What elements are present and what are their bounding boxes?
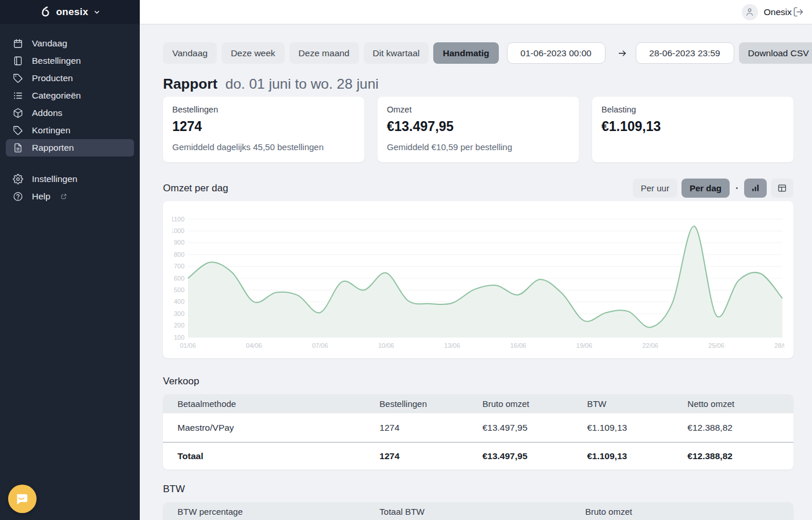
sidebar-item-label: Categorieën (32, 90, 81, 101)
table-cell: €12.388,82 (687, 423, 793, 433)
svg-text:600: 600 (174, 275, 184, 282)
stat-label: Omzet (387, 105, 570, 114)
svg-text:22/06: 22/06 (642, 342, 658, 349)
brand-header[interactable]: onesix (0, 0, 140, 24)
table-cell: €12.388,82 (687, 451, 793, 461)
sidebar-nav-main: VandaagBestellingenProductenCategorieënA… (0, 24, 140, 157)
table-total-row: Totaal1274€13.497,95€1.109,13€12.388,82 (163, 442, 793, 470)
chart-title: Omzet per dag (163, 182, 228, 194)
stat-value: 1274 (172, 119, 355, 134)
chart-controls: Per uurPer dag (633, 179, 793, 198)
sidebar-item-label: Addons (32, 108, 63, 118)
book-icon (13, 56, 23, 66)
table-cell: Maestro/VPay (177, 423, 379, 433)
sidebar-item-kortingen[interactable]: Kortingen (6, 122, 134, 139)
brand-name: onesix (56, 6, 89, 18)
stat-cards: Bestellingen1274Gemiddeld dagelijks 45,5… (163, 97, 793, 162)
svg-text:500: 500 (174, 286, 184, 293)
user-menu[interactable]: Onesix (742, 4, 792, 20)
list-icon (13, 90, 23, 101)
table-cell: €1.109,13 (587, 451, 687, 461)
table-cell: BTW (587, 399, 687, 409)
sidebar-item-producten[interactable]: Producten (6, 70, 134, 87)
stat-card-omzet: Omzet€13.497,95Gemiddeld €10,59 per best… (378, 97, 579, 162)
logout-icon[interactable] (793, 6, 804, 17)
svg-text:800: 800 (174, 251, 184, 258)
sidebar-item-label: Help (32, 191, 50, 202)
gear-icon (13, 174, 23, 184)
user-name: Onesix (764, 7, 792, 17)
report-page: VandaagDeze weekDeze maandDit kwartaalHa… (140, 24, 812, 520)
preset-button-handmatig[interactable]: Handmatig (433, 42, 498, 64)
app-root: onesix VandaagBestellingenProductenCateg… (0, 0, 812, 520)
file-text-icon (13, 143, 23, 153)
preset-buttons: VandaagDeze weekDeze maandDit kwartaalHa… (163, 42, 499, 64)
table-cell: Totaal (177, 451, 379, 461)
chat-launcher-button[interactable] (8, 485, 37, 513)
sidebar-item-vandaag[interactable]: Vandaag (6, 35, 134, 52)
bar-chart-icon (751, 183, 760, 193)
table-cell: 1274 (379, 423, 482, 433)
dot-separator (736, 187, 738, 189)
table-grid-icon (777, 183, 787, 193)
help-circle-icon (13, 191, 23, 202)
sidebar-item-label: Producten (32, 73, 73, 83)
svg-text:1000: 1000 (172, 227, 184, 234)
btw-table-header: BTW percentageTotaal BTWBruto omzet (163, 502, 793, 520)
svg-text:200: 200 (174, 322, 184, 329)
table-cell: €1.109,13 (587, 423, 687, 433)
stat-label: Bestellingen (172, 105, 355, 114)
btw-title: BTW (163, 483, 793, 495)
chat-bubble-icon (14, 491, 30, 507)
omzet-chart-card: 1100100090080070060050040030020010001/06… (163, 201, 793, 358)
view-button-table-grid[interactable] (771, 179, 793, 198)
table-cell: €13.497,95 (483, 423, 588, 433)
table-cell: 1274 (379, 451, 482, 461)
preset-button-deze-maand[interactable]: Deze maand (289, 42, 359, 64)
sidebar-item-label: Rapporten (32, 143, 74, 153)
external-link-icon (60, 193, 67, 200)
sidebar-item-addons[interactable]: Addons (6, 104, 134, 122)
date-from-input[interactable] (507, 42, 606, 64)
tag-icon (13, 73, 23, 83)
stat-card-bestellingen: Bestellingen1274Gemiddeld dagelijks 45,5… (163, 97, 364, 162)
svg-text:700: 700 (174, 263, 184, 270)
sidebar: onesix VandaagBestellingenProductenCateg… (0, 0, 140, 520)
preset-button-dit-kwartaal[interactable]: Dit kwartaal (364, 42, 429, 64)
stat-subtitle: Gemiddeld dagelijks 45,50 bestellingen (172, 142, 355, 152)
svg-text:01/06: 01/06 (180, 342, 196, 349)
sidebar-item-categorieen[interactable]: Categorieën (6, 87, 134, 104)
sidebar-item-help[interactable]: Help (6, 188, 134, 205)
date-to-input[interactable] (636, 42, 734, 64)
sidebar-item-instellingen[interactable]: Instellingen (6, 170, 134, 188)
svg-text:900: 900 (174, 239, 184, 246)
table-cell: Bestellingen (379, 399, 482, 409)
stat-value: €1.109,13 (601, 119, 784, 134)
svg-text:19/06: 19/06 (577, 342, 593, 349)
svg-text:10/06: 10/06 (378, 342, 394, 349)
sidebar-item-bestellingen[interactable]: Bestellingen (6, 52, 134, 70)
svg-text:13/06: 13/06 (444, 342, 461, 349)
toggle-button-per-uur[interactable]: Per uur (633, 179, 677, 198)
table-cell: Bruto omzet (585, 507, 793, 517)
sidebar-nav-footer: InstellingenHelp (0, 157, 140, 205)
svg-text:07/06: 07/06 (312, 342, 328, 349)
preset-button-deze-week[interactable]: Deze week (222, 42, 285, 64)
report-date-range: do. 01 juni to wo. 28 juni (222, 76, 379, 92)
preset-button-vandaag[interactable]: Vandaag (163, 42, 217, 64)
view-button-bar-chart[interactable] (744, 179, 767, 198)
avatar (742, 4, 758, 20)
stat-value: €13.497,95 (387, 119, 570, 134)
chart-header: Omzet per dag Per uurPer dag (163, 179, 793, 198)
stat-subtitle (601, 142, 784, 152)
btw-table: BTW percentageTotaal BTWBruto omzet (163, 502, 793, 520)
report-title: Rapport (163, 76, 217, 92)
sidebar-item-rapporten[interactable]: Rapporten (6, 139, 134, 157)
verkoop-table-body: Maestro/VPay1274€13.497,95€1.109,13€12.3… (163, 413, 793, 470)
svg-text:16/06: 16/06 (510, 342, 527, 349)
sidebar-item-label: Bestellingen (32, 56, 81, 66)
table-cell: €13.497,95 (483, 451, 588, 461)
toggle-button-per-dag[interactable]: Per dag (682, 179, 730, 198)
download-csv-button[interactable]: Download CSV (739, 42, 812, 64)
svg-text:04/06: 04/06 (246, 342, 262, 349)
